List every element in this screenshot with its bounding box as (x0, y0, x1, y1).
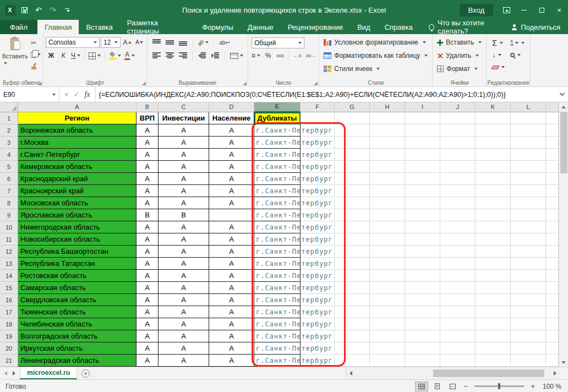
cell-empty[interactable] (440, 185, 476, 197)
comma-style-button[interactable]: 000 (275, 50, 286, 61)
cell-investments[interactable]: А (159, 330, 209, 342)
find-select-button[interactable] (510, 50, 525, 60)
cell-population[interactable]: А (209, 294, 254, 306)
close-button[interactable]: × (550, 0, 568, 20)
align-right-button[interactable] (177, 50, 188, 61)
cell-duplicates[interactable]: г.Санкт-Петербург (254, 342, 301, 355)
cell-empty[interactable] (476, 233, 511, 246)
cell-empty[interactable] (370, 185, 405, 197)
align-middle-button[interactable] (164, 37, 175, 48)
cell-empty[interactable] (440, 270, 476, 282)
cell-population[interactable]: А (209, 233, 254, 246)
delete-cells-button[interactable]: Удалить (435, 49, 484, 62)
row-header[interactable]: 9 (0, 209, 18, 221)
cell-region[interactable]: Воронежская область (18, 124, 136, 137)
excel-logo-icon[interactable]: X (3, 3, 17, 17)
cell-vrp[interactable]: А (136, 342, 159, 355)
cell-empty[interactable] (335, 112, 370, 124)
cell-vrp[interactable]: А (136, 270, 159, 282)
cell-empty[interactable] (546, 342, 559, 355)
cell-empty[interactable] (546, 124, 559, 137)
cell-empty[interactable] (511, 161, 546, 173)
cell-empty[interactable] (476, 330, 511, 342)
row-header[interactable]: 20 (0, 342, 18, 355)
align-bottom-button[interactable] (177, 37, 188, 48)
scroll-down-icon[interactable] (559, 358, 568, 367)
cell-empty[interactable] (405, 233, 440, 246)
tab-file[interactable]: Файл (0, 20, 37, 34)
cell-empty[interactable] (335, 355, 370, 367)
cell-population[interactable]: А (209, 137, 254, 149)
row-header[interactable]: 5 (0, 161, 18, 173)
cell-region[interactable]: Свердловская область (18, 294, 136, 306)
scroll-left-icon[interactable] (346, 367, 355, 379)
cell-empty[interactable] (511, 258, 546, 270)
cell-styles-button[interactable]: Стили ячеек (321, 62, 430, 75)
cell-empty[interactable] (370, 246, 405, 258)
cell-empty[interactable] (335, 149, 370, 161)
sort-filter-button[interactable]: АЯ (510, 38, 525, 48)
cell-population[interactable]: А (209, 221, 254, 233)
cell-empty[interactable] (546, 270, 559, 282)
column-header-a[interactable]: A (18, 102, 136, 112)
cell-empty[interactable] (511, 282, 546, 294)
zoom-slider[interactable] (474, 385, 524, 387)
cell-investments-header[interactable]: Инвестиции (159, 112, 209, 124)
cell-empty[interactable] (405, 137, 440, 149)
autosum-button[interactable]: Σ (492, 38, 505, 48)
cell-vrp[interactable]: А (136, 294, 159, 306)
cell-empty[interactable] (440, 318, 476, 330)
cell-empty[interactable] (335, 137, 370, 149)
font-dialog-launcher-icon[interactable] (142, 81, 146, 85)
cell-duplicates[interactable]: г.Санкт-Петербург (254, 137, 301, 149)
cell-empty[interactable] (335, 185, 370, 197)
cell-population[interactable]: А (209, 355, 254, 367)
cell-region[interactable]: Нижегородская область (18, 221, 136, 233)
tab-review[interactable]: Рецензирование (281, 20, 350, 34)
vertical-scrollbar-thumb[interactable] (560, 112, 567, 173)
cell-duplicates[interactable]: г.Санкт-Петербург (254, 173, 301, 185)
undo-button[interactable]: ↶ (32, 3, 45, 17)
clipboard-dialog-launcher-icon[interactable] (38, 81, 42, 85)
cell-empty[interactable] (335, 294, 370, 306)
cell-vrp[interactable]: А (136, 161, 159, 173)
cell-duplicates[interactable]: г.Санкт-Петербург (254, 149, 301, 161)
italic-button[interactable]: К (58, 50, 69, 61)
tab-home[interactable]: Главная (37, 20, 79, 34)
cell-empty[interactable] (405, 185, 440, 197)
cell-region[interactable]: Республика Татарстан (18, 258, 136, 270)
scroll-up-icon[interactable] (559, 102, 568, 111)
cell-empty[interactable] (511, 355, 546, 367)
cell-empty[interactable] (405, 124, 440, 137)
cell-empty[interactable] (440, 282, 476, 294)
accounting-format-button[interactable]: ¤ (250, 50, 261, 61)
font-name-select[interactable]: Consolas (46, 37, 100, 48)
cell-investments[interactable]: А (159, 306, 209, 318)
cell-empty[interactable] (301, 112, 335, 124)
row-header[interactable]: 2 (0, 124, 18, 137)
cell-empty[interactable] (335, 124, 370, 137)
cell-vrp[interactable]: А (136, 221, 159, 233)
cell-empty[interactable] (476, 149, 511, 161)
borders-button[interactable] (88, 50, 102, 61)
cell-empty[interactable] (511, 330, 546, 342)
column-header-k[interactable]: K (476, 102, 511, 112)
cell-empty[interactable] (405, 270, 440, 282)
cell-region[interactable]: Республика Башкортостан (18, 246, 136, 258)
cell-investments[interactable]: А (159, 124, 209, 137)
row-header[interactable]: 13 (0, 258, 18, 270)
cell-vrp[interactable]: А (136, 282, 159, 294)
horizontal-scrollbar-thumb[interactable] (433, 369, 544, 377)
cell-empty[interactable] (440, 294, 476, 306)
horizontal-scrollbar[interactable] (346, 367, 559, 379)
cell-region[interactable]: Красноярский край (18, 185, 136, 197)
zoom-slider-thumb[interactable] (498, 383, 500, 389)
cell-empty[interactable] (546, 197, 559, 209)
insert-function-icon[interactable]: fx (85, 90, 90, 99)
cell-duplicates[interactable]: г.Санкт-Петербург (254, 221, 301, 233)
enter-icon[interactable]: ✓ (74, 90, 80, 99)
cell-empty[interactable] (405, 209, 440, 221)
cell-empty[interactable] (546, 112, 559, 124)
cell-empty[interactable] (546, 355, 559, 367)
column-header-g[interactable]: G (335, 102, 370, 112)
